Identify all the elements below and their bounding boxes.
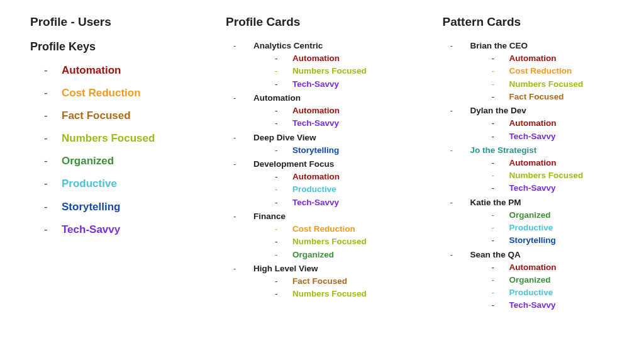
- card-name: Sean the QA: [470, 250, 521, 259]
- card-tags: Storytelling: [253, 145, 421, 156]
- column-pattern-cards: Pattern Cards Brian the CEOAutomationCos…: [434, 15, 644, 314]
- page: Profile - Users Profile Keys AutomationC…: [0, 0, 644, 314]
- card-tags: AutomationTech-Savvy: [470, 118, 638, 142]
- card-tags: Cost ReductionNumbers FocusedOrganized: [253, 223, 421, 261]
- card-tag-item: Automation: [492, 157, 638, 169]
- card-tag-label: Storytelling: [509, 235, 556, 245]
- card-tag-item: Automation: [275, 105, 421, 116]
- card-tag-label: Tech-Savvy: [509, 132, 556, 141]
- card-tags: OrganizedProductiveStorytelling: [470, 210, 638, 247]
- card-name: Deep Dive View: [253, 133, 316, 142]
- section-title-pattern-cards: Pattern Cards: [443, 15, 638, 29]
- card-tag-label: Tech-Savvy: [292, 198, 339, 207]
- profile-key-item: Organized: [44, 154, 204, 168]
- card-tag-label: Tech-Savvy: [509, 300, 556, 310]
- card-tag-label: Cost Reduction: [509, 66, 572, 76]
- card-tag-item: Storytelling: [492, 235, 638, 246]
- profile-key-label: Tech-Savvy: [62, 223, 120, 235]
- card-tag-item: Cost Reduction: [492, 65, 638, 77]
- card-tag-item: Productive: [492, 287, 638, 298]
- profile-key-item: Automation: [44, 64, 204, 77]
- profile-key-label: Organized: [62, 155, 114, 167]
- card-tag-item: Cost Reduction: [275, 223, 421, 235]
- card-tag-label: Fact Focused: [292, 276, 347, 286]
- card-tag-label: Numbers Focused: [509, 79, 584, 89]
- card-tag-item: Numbers Focused: [492, 170, 638, 181]
- card-tag-item: Organized: [492, 274, 638, 286]
- card-tag-item: Automation: [275, 53, 421, 64]
- profile-key-label: Cost Reduction: [62, 87, 141, 99]
- card-tag-item: Numbers Focused: [275, 65, 421, 77]
- card-item: Deep Dive ViewStorytelling: [232, 132, 421, 156]
- card-item: FinanceCost ReductionNumbers FocusedOrga…: [232, 211, 421, 261]
- profile-key-item: Cost Reduction: [44, 86, 204, 100]
- card-tag-label: Automation: [509, 262, 557, 272]
- column-profile-cards: Profile Cards Analytics CentricAutomatio…: [217, 15, 427, 314]
- card-tag-label: Tech-Savvy: [292, 79, 339, 89]
- card-item: Development FocusAutomationProductiveTec…: [232, 159, 421, 208]
- card-tag-label: Numbers Focused: [292, 237, 367, 246]
- card-tag-item: Numbers Focused: [275, 288, 421, 300]
- card-tag-label: Productive: [292, 184, 336, 194]
- card-item: High Level ViewFact FocusedNumbers Focus…: [232, 263, 421, 300]
- card-tags: AutomationNumbers FocusedTech-Savvy: [253, 53, 421, 90]
- section-title-profile-keys: Profile Keys: [30, 40, 204, 54]
- card-tags: AutomationTech-Savvy: [253, 105, 421, 129]
- profile-key-label: Storytelling: [62, 201, 121, 213]
- card-tag-item: Tech-Savvy: [492, 183, 638, 194]
- card-tags: Fact FocusedNumbers Focused: [253, 276, 421, 300]
- card-item: Analytics CentricAutomationNumbers Focus…: [232, 40, 421, 90]
- card-name: Automation: [253, 93, 301, 103]
- card-tags: AutomationCost ReductionNumbers FocusedF…: [470, 53, 638, 103]
- profile-cards-list: Analytics CentricAutomationNumbers Focus…: [226, 40, 421, 300]
- card-tag-item: Fact Focused: [275, 276, 421, 287]
- card-tag-label: Automation: [292, 54, 340, 63]
- profile-key-label: Fact Focused: [62, 110, 131, 121]
- card-tag-item: Organized: [492, 210, 638, 221]
- card-tag-label: Automation: [292, 172, 340, 181]
- card-tag-item: Automation: [275, 171, 421, 183]
- card-name: Analytics Centric: [253, 41, 323, 50]
- card-tag-item: Organized: [275, 249, 421, 261]
- card-name: Katie the PM: [470, 198, 521, 207]
- card-name: Development Focus: [253, 159, 334, 169]
- profile-key-item: Productive: [44, 177, 204, 191]
- card-name: Jo the Strategist: [470, 145, 537, 155]
- profile-key-item: Tech-Savvy: [44, 223, 204, 237]
- profile-key-item: Numbers Focused: [44, 132, 204, 145]
- card-tag-item: Tech-Savvy: [492, 131, 638, 142]
- card-item: Katie the PMOrganizedProductiveStorytell…: [449, 197, 638, 247]
- card-tag-label: Numbers Focused: [292, 66, 367, 76]
- card-tag-item: Numbers Focused: [492, 79, 638, 90]
- profile-key-item: Fact Focused: [44, 109, 204, 123]
- card-tag-label: Fact Focused: [509, 92, 564, 101]
- card-tag-label: Tech-Savvy: [509, 183, 556, 193]
- card-name: High Level View: [253, 264, 318, 273]
- card-tag-item: Automation: [492, 118, 638, 129]
- card-tag-item: Productive: [275, 184, 421, 195]
- card-tag-label: Numbers Focused: [292, 289, 367, 298]
- card-tag-label: Organized: [292, 250, 334, 259]
- card-tags: AutomationOrganizedProductiveTech-Savvy: [470, 262, 638, 312]
- card-tag-label: Automation: [509, 54, 557, 63]
- pattern-cards-list: Brian the CEOAutomationCost ReductionNum…: [443, 40, 638, 312]
- card-tag-label: Automation: [509, 118, 557, 128]
- card-tag-label: Tech-Savvy: [292, 118, 339, 128]
- profile-key-label: Automation: [62, 64, 121, 76]
- card-tags: AutomationProductiveTech-Savvy: [253, 171, 421, 208]
- card-tag-label: Productive: [509, 223, 553, 232]
- column-profile-users: Profile - Users Profile Keys AutomationC…: [0, 15, 211, 314]
- card-item: Dylan the DevAutomationTech-Savvy: [449, 105, 638, 142]
- card-tag-item: Productive: [492, 222, 638, 234]
- section-title-profile-cards: Profile Cards: [226, 15, 421, 29]
- profile-keys-list: AutomationCost ReductionFact FocusedNumb…: [30, 64, 204, 237]
- card-tag-item: Numbers Focused: [275, 236, 421, 247]
- card-item: Sean the QAAutomationOrganizedProductive…: [449, 249, 638, 312]
- profile-key-label: Numbers Focused: [62, 132, 155, 144]
- card-name: Finance: [253, 212, 286, 221]
- card-tag-label: Organized: [509, 275, 551, 285]
- card-tag-label: Storytelling: [292, 145, 339, 155]
- card-tag-item: Tech-Savvy: [492, 300, 638, 311]
- card-tag-item: Tech-Savvy: [275, 197, 421, 208]
- card-tags: AutomationNumbers FocusedTech-Savvy: [470, 157, 638, 195]
